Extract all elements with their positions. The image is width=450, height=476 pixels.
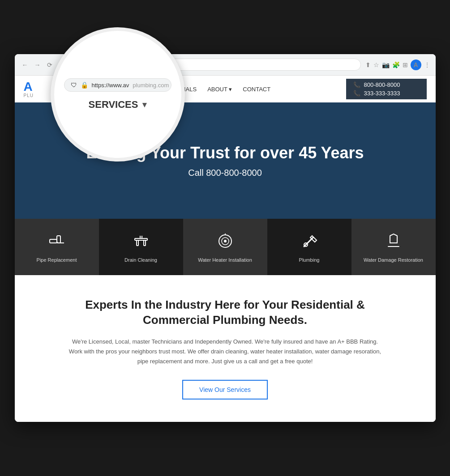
magnified-lock-icon: 🔒 xyxy=(81,81,88,89)
drain-cleaning-label: Drain Cleaning xyxy=(124,257,157,263)
phone-primary-number: 800-800-8000 xyxy=(364,81,400,88)
water-damage-icon xyxy=(384,231,403,251)
water-heater-icon xyxy=(215,231,235,251)
user-avatar[interactable]: A xyxy=(411,60,421,70)
logo: A PLU xyxy=(24,81,34,98)
drain-cleaning-icon xyxy=(131,231,151,251)
plumbing-label: Plumbing xyxy=(299,257,320,263)
service-drain-cleaning[interactable]: Drain Cleaning xyxy=(99,219,183,275)
info-section: Experts In the Industry Here for Your Re… xyxy=(15,275,436,422)
magnified-content: 🛡 🔒 https://www.av plumbing.com SERVICES… xyxy=(55,69,180,119)
magnified-chevron-icon: ▾ xyxy=(142,100,146,110)
hero-phone-cta[interactable]: Call 800-800-8000 xyxy=(86,168,364,178)
puzzle-icon[interactable]: 🧩 xyxy=(392,61,400,68)
forward-button[interactable]: → xyxy=(33,60,43,69)
info-body: We're Licensed, Local, master Technician… xyxy=(69,337,382,366)
logo-letter: A xyxy=(24,81,34,93)
phone-secondary-row[interactable]: 📞 333-333-3333 xyxy=(353,90,420,97)
svg-point-9 xyxy=(224,240,227,242)
camera-icon[interactable]: 📷 xyxy=(382,61,390,68)
browser-nav[interactable]: ← → ⟳ xyxy=(20,60,54,69)
magnified-address-bar: 🛡 🔒 https://www.av plumbing.com xyxy=(64,78,171,92)
nav-about[interactable]: ABOUT ▾ xyxy=(207,86,232,93)
nav-contact[interactable]: CONTACT xyxy=(243,86,270,93)
service-water-damage[interactable]: Water Damage Restoration xyxy=(351,219,436,275)
phone-icon-secondary: 📞 xyxy=(353,90,360,97)
plumbing-icon xyxy=(300,231,319,251)
share-icon[interactable]: ⬆ xyxy=(365,61,371,68)
logo-sub: PLU xyxy=(24,93,34,98)
magnified-shield-icon: 🛡 xyxy=(71,81,77,89)
svg-rect-4 xyxy=(144,240,146,246)
phone-secondary-number: 333-333-3333 xyxy=(364,90,400,97)
phone-primary-row[interactable]: 📞 800-800-8000 xyxy=(353,81,420,88)
pipe-replacement-icon xyxy=(47,231,67,251)
info-title: Experts In the Industry Here for Your Re… xyxy=(69,298,382,328)
magnified-url: https://www.av xyxy=(92,82,129,89)
services-strip: Pipe Replacement Drain Cleaning xyxy=(15,219,436,275)
svg-rect-0 xyxy=(50,239,57,243)
more-options-icon[interactable]: ⋮ xyxy=(424,61,430,68)
back-button[interactable]: ← xyxy=(20,60,30,69)
water-heater-label: Water Heater Installation xyxy=(198,257,252,263)
grid-icon[interactable]: ⊞ xyxy=(403,61,408,68)
phone-icon-primary: 📞 xyxy=(353,81,360,88)
service-pipe-replacement[interactable]: Pipe Replacement xyxy=(15,219,99,275)
service-plumbing[interactable]: Plumbing xyxy=(267,219,351,275)
magnified-services-label: SERVICES ▾ xyxy=(89,99,147,110)
magnified-nav: SERVICES ▾ xyxy=(89,99,147,110)
magnified-circle-overlay: 🛡 🔒 https://www.av plumbing.com SERVICES… xyxy=(51,27,185,162)
browser-actions: ⬆ ☆ 📷 🧩 ⊞ A ⋮ xyxy=(365,60,430,70)
view-services-button[interactable]: View Our Services xyxy=(182,380,268,400)
svg-rect-3 xyxy=(137,240,138,246)
magnified-url-rest: plumbing.com xyxy=(133,82,169,89)
bookmark-icon[interactable]: ☆ xyxy=(373,61,379,68)
service-water-heater[interactable]: Water Heater Installation xyxy=(183,219,267,275)
reload-button[interactable]: ⟳ xyxy=(45,60,54,69)
phone-box: 📞 800-800-8000 📞 333-333-3333 xyxy=(346,79,427,99)
water-damage-label: Water Damage Restoration xyxy=(364,257,423,263)
pipe-replacement-label: Pipe Replacement xyxy=(37,257,77,263)
